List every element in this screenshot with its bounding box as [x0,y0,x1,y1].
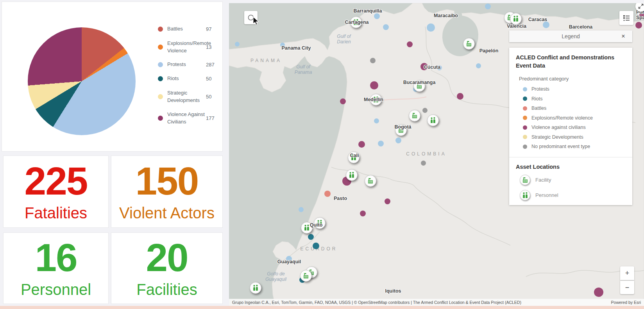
pie-legend-item[interactable]: Protests 287 [156,61,222,68]
legend-asset-list: Facility Personnel [516,175,626,200]
pie-legend-item[interactable]: Battles 97 [156,25,222,33]
legend-category-item: No predominant event type [523,144,626,149]
pie-legend-item[interactable]: Strategic Developments 50 [156,89,222,104]
personnel-icon [348,171,355,179]
event-dot-protests[interactable] [395,138,401,143]
event-dot-protests[interactable] [383,24,389,30]
map[interactable]: PANAMACOLOMBIAECUADOR Gulf ofDarienGulf … [229,3,644,306]
event-dot-none[interactable] [370,58,376,63]
event-dot-riots[interactable] [308,234,314,240]
stat-value: 20 [146,238,188,277]
fatalities-card: 225 Fatalities [3,155,109,228]
asset-label: Facility [535,177,551,183]
map-legend-panel: Legend × ACLED Conflict and Demonstratio… [509,30,632,205]
legend-asset-item: Facility [520,175,626,185]
facility-marker[interactable] [300,270,312,282]
event-dot-violence[interactable] [635,22,642,29]
event-dot-protests[interactable] [476,63,481,68]
stat-label: Fatalities [25,204,87,222]
city-label: Guayaquil [277,259,301,264]
event-dot-protests[interactable] [543,21,549,28]
legend-category-item: Strategic Developments [523,134,626,140]
event-dot-protests[interactable] [374,13,380,19]
legend-category-list: Protests Riots Battles Explosions/Remote… [523,86,626,149]
category-dot [523,87,527,91]
facility-icon [411,112,418,119]
personnel-card: 16 Personnel [3,232,109,304]
event-dot-violence[interactable] [360,211,366,216]
city-label: Caracas [528,17,547,22]
event-dot-riots[interactable] [313,243,319,249]
legend-swatch [158,62,163,67]
legend-category-item: Explosions/Remote violence [523,115,626,121]
asset-label: Personnel [535,192,558,198]
personnel-marker[interactable] [346,169,358,181]
event-dot-violence[interactable] [407,41,413,47]
personnel-marker[interactable] [510,13,522,25]
event-dot-none[interactable] [421,161,426,166]
category-dot [523,125,527,130]
legend-value: 13 [206,44,211,50]
zoom-out-button[interactable]: − [620,280,634,294]
category-dot [523,96,527,101]
city-label: Bucaramanga [403,80,436,85]
personnel-marker[interactable] [427,114,439,126]
event-dot-violence[interactable] [340,98,346,104]
legend-divider [509,157,632,157]
personnel-icon [252,284,259,291]
event-type-pie-chart[interactable] [28,27,136,135]
stat-label: Violent Actors [119,204,215,222]
attribution-sources: Grupo Ingeolan C.A., Esri, TomTom, Garmi… [232,300,521,305]
legend-label: Battles [167,25,205,33]
event-dot-violence[interactable] [385,198,390,204]
facility-marker[interactable] [463,38,475,50]
personnel-marker[interactable] [250,282,261,294]
personnel-icon [429,117,436,124]
violent-actors-card: 150 Violent Actors [111,155,223,228]
category-label: No predominant event type [531,144,590,149]
legend-category-item: Battles [523,105,626,111]
facilities-card: 20 Facilities [111,232,223,304]
city-label: Cúcuta [424,64,440,70]
zoom-in-button[interactable]: + [620,266,634,280]
category-label: Protests [531,86,549,92]
legend-panel-title: Legend [562,33,580,39]
pie-legend-item[interactable]: Riots 50 [156,75,222,82]
facility-icon [520,175,530,185]
legend-label: Protests [167,61,205,68]
legend-layer-title: ACLED Conflict and Demonstrations Event … [516,54,626,70]
legend-label: Riots [167,75,205,82]
stat-label: Facilities [136,281,197,298]
event-dot-protests[interactable] [235,42,240,46]
pie-legend-item[interactable]: Violence Against Civilians 177 [156,111,222,126]
legend-category-item: Violence against civilians [523,125,626,130]
event-dot-none[interactable] [422,108,428,113]
event-dot-battles[interactable] [324,191,331,197]
category-label: Violence against civilians [531,125,586,130]
event-dot-protests[interactable] [427,23,435,32]
legend-label: Strategic Developments [167,89,205,104]
category-dot [523,116,527,120]
legend-toggle-button[interactable] [619,11,633,25]
event-dot-violence[interactable] [370,81,378,89]
event-dot-protests[interactable] [378,141,384,146]
facility-marker[interactable] [365,175,376,187]
event-dot-violence[interactable] [594,288,603,297]
stat-value: 150 [136,161,199,200]
personnel-icon [522,192,529,199]
event-dot-violence[interactable] [457,93,463,100]
personnel-icon [520,190,530,200]
facility-marker[interactable] [409,110,420,121]
event-dot-protests[interactable] [485,4,491,9]
event-dot-violence[interactable] [358,141,365,148]
city-label: Cali [350,153,359,158]
legend-category-item: Protests [523,86,626,92]
event-dot-protests[interactable] [299,207,304,212]
legend-close-button[interactable]: × [617,30,629,42]
legend-swatch [158,94,163,99]
event-dot-protests[interactable] [374,118,379,123]
category-dot [523,145,527,149]
water-body-label: Golfo deGuayaquil [265,271,286,282]
legend-value: 177 [206,115,215,121]
pie-legend-item[interactable]: Explosions/Remote Violence 13 [156,40,222,55]
